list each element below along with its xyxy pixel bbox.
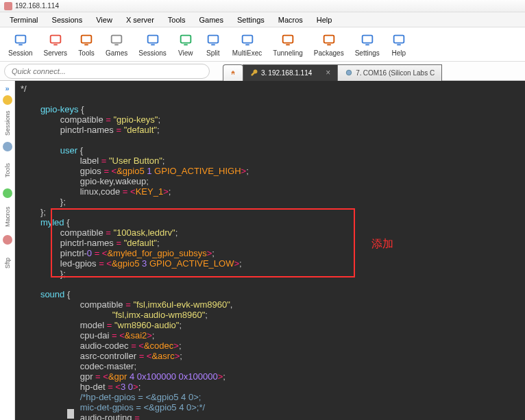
tab-label: 192.168.1.114 <box>268 69 312 77</box>
sidebar-dot[interactable] <box>3 235 12 245</box>
tool-label: View <box>178 49 193 57</box>
sidebar-expand[interactable]: » <box>3 84 12 93</box>
tool-label: Sessions <box>138 49 167 57</box>
tool-label: Servers <box>44 49 67 57</box>
tool-session[interactable]: Session <box>3 30 38 58</box>
menu-x-server[interactable]: X server <box>119 14 161 26</box>
tab-num: 3. <box>261 69 267 77</box>
titlebar: 192.168.1.114 <box>0 0 525 12</box>
svg-rect-6 <box>112 36 122 43</box>
svg-rect-5 <box>84 44 88 45</box>
sidebar-sessions[interactable]: Sessions <box>2 110 13 137</box>
cursor <box>67 409 74 419</box>
tool-label: Help <box>392 49 406 57</box>
code-editor[interactable]: */ gpio-keys { compatible = "gpio-keys";… <box>15 81 525 420</box>
tool-servers[interactable]: Servers <box>38 30 73 58</box>
quickbar: 3. 192.168.1.114 × 7. COM16 (Silicon Lab… <box>0 62 525 81</box>
svg-rect-23 <box>397 44 401 45</box>
menu-games[interactable]: Games <box>193 14 230 26</box>
menu-tools[interactable]: Tools <box>161 14 193 26</box>
svg-rect-4 <box>82 36 92 43</box>
svg-rect-18 <box>323 36 334 43</box>
split-icon <box>205 32 221 48</box>
wrench-icon <box>250 69 258 77</box>
toolbar: SessionServersToolsGamesSessionsViewSpli… <box>0 27 525 62</box>
svg-rect-13 <box>211 44 215 45</box>
menu-view[interactable]: View <box>89 14 119 26</box>
tool-view[interactable]: View <box>172 30 199 58</box>
code-content: */ gpio-keys { compatible = "gpio-keys";… <box>21 84 525 420</box>
svg-rect-3 <box>53 44 58 45</box>
sidebar-dot[interactable] <box>3 142 12 151</box>
tool-label: Settings <box>355 49 380 57</box>
sidebar-macros[interactable]: Macros <box>2 203 13 230</box>
menu-settings[interactable]: Settings <box>230 14 271 26</box>
tab-session-inactive[interactable]: 7. COM16 (Silicon Labs C <box>337 64 442 81</box>
tool-label: Tunneling <box>273 49 303 57</box>
tool-games[interactable]: Games <box>100 30 133 58</box>
sidebar: » SessionsToolsMacrosSftp <box>0 81 15 420</box>
tool-multiexec[interactable]: MultiExec <box>227 30 267 58</box>
tab-label: COM16 (Silicon Labs C <box>363 69 435 77</box>
tool-tunneling[interactable]: Tunneling <box>267 30 308 58</box>
tab-home[interactable] <box>223 64 243 81</box>
tab-num: 7. <box>356 69 361 77</box>
tool-packages[interactable]: Packages <box>308 30 350 58</box>
view-icon <box>178 32 194 48</box>
menu-terminal[interactable]: Terminal <box>3 14 45 26</box>
svg-rect-14 <box>242 36 252 43</box>
svg-rect-2 <box>50 36 60 43</box>
tab-close[interactable]: × <box>326 68 330 77</box>
svg-rect-7 <box>114 44 119 45</box>
sidebar-tools[interactable]: Tools <box>2 156 13 184</box>
menu-sessions[interactable]: Sessions <box>45 14 90 26</box>
svg-rect-16 <box>283 36 293 43</box>
app-icon <box>4 2 12 10</box>
sidebar-dot[interactable] <box>3 95 12 105</box>
svg-rect-19 <box>327 44 331 45</box>
tool-label: Packages <box>314 49 344 57</box>
settings-icon <box>359 32 376 48</box>
tool-help[interactable]: Help <box>385 30 413 58</box>
svg-rect-22 <box>393 36 404 43</box>
svg-rect-0 <box>15 36 25 43</box>
annotation-label: 添加 <box>371 238 393 249</box>
svg-rect-9 <box>151 44 155 45</box>
menu-help[interactable]: Help <box>310 14 339 26</box>
help-icon <box>391 32 407 48</box>
home-icon <box>230 68 236 77</box>
tab-session-active[interactable]: 3. 192.168.1.114 × <box>243 64 338 81</box>
tool-split[interactable]: Split <box>199 30 227 58</box>
menu-macros[interactable]: Macros <box>271 14 310 26</box>
tool-settings[interactable]: Settings <box>350 30 385 58</box>
svg-rect-17 <box>286 44 290 45</box>
multiexec-icon <box>239 32 256 48</box>
titlebar-text: 192.168.1.114 <box>15 2 59 10</box>
sidebar-dot[interactable] <box>3 188 12 198</box>
tool-tools[interactable]: Tools <box>73 30 100 58</box>
chevron-right-icon: » <box>5 84 9 92</box>
quick-connect-input[interactable] <box>4 64 210 79</box>
sessions-icon <box>145 32 161 48</box>
tool-label: Session <box>8 49 33 57</box>
svg-rect-1 <box>19 44 23 45</box>
session-icon <box>12 32 29 48</box>
sidebar-sftp[interactable]: Sftp <box>2 249 13 277</box>
svg-rect-12 <box>208 36 219 43</box>
tool-sessions[interactable]: Sessions <box>133 30 172 58</box>
tunneling-icon <box>280 32 296 48</box>
svg-point-24 <box>347 70 352 75</box>
svg-rect-21 <box>365 44 369 45</box>
tool-label: Games <box>106 49 127 57</box>
menubar: TerminalSessionsViewX serverToolsGamesSe… <box>0 12 525 27</box>
tool-label: MultiExec <box>232 49 262 57</box>
svg-rect-8 <box>147 36 158 43</box>
svg-rect-10 <box>181 36 191 43</box>
svg-rect-15 <box>245 44 249 45</box>
games-icon <box>108 32 125 48</box>
tool-label: Split <box>206 49 219 57</box>
tools-icon <box>78 32 95 48</box>
serial-icon <box>345 69 353 77</box>
svg-rect-20 <box>362 36 372 43</box>
tool-label: Tools <box>78 49 94 57</box>
